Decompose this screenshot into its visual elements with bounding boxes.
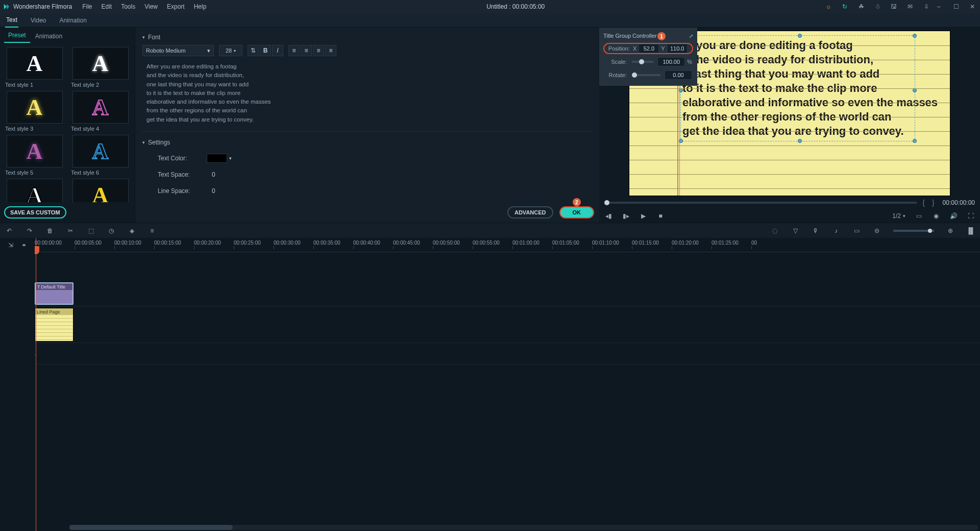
scale-slider[interactable] xyxy=(632,61,653,63)
preset-item-7[interactable]: A xyxy=(3,179,66,202)
save-icon[interactable]: 🖫 xyxy=(890,3,897,10)
render-icon[interactable]: ◌ xyxy=(771,227,779,235)
audio-mixer-icon[interactable]: ♪ xyxy=(832,227,840,235)
preset-item-5[interactable]: AText style 5 xyxy=(3,135,66,176)
preset-item-4[interactable]: AText style 4 xyxy=(69,91,132,132)
fullscreen-icon[interactable]: ⛶ xyxy=(967,212,975,220)
tab-animation[interactable]: Animation xyxy=(59,14,88,27)
volume-icon[interactable]: 🔊 xyxy=(949,212,958,220)
download-icon[interactable]: ⇩ xyxy=(923,3,930,10)
align-right-button[interactable]: ≡ xyxy=(313,45,324,56)
line-space-value[interactable]: 0 xyxy=(212,187,215,195)
preset-item-1[interactable]: AText style 1 xyxy=(3,47,66,88)
clip-default-title[interactable]: TDefault Title xyxy=(35,282,74,305)
save-as-custom-button[interactable]: SAVE AS CUSTOM xyxy=(4,206,66,219)
tab-video[interactable]: Video xyxy=(30,14,47,27)
position-y-input[interactable] xyxy=(667,44,688,53)
track-audio-1[interactable]: ♪ 1 🔒 🔈 xyxy=(35,343,980,365)
scale-input[interactable] xyxy=(657,57,685,66)
crop-tl-icon[interactable]: ▭ xyxy=(852,227,861,235)
selection-handle[interactable] xyxy=(798,139,802,143)
track-text-2[interactable]: 🅃 2 🔒 👁 TDefault Title xyxy=(35,281,980,306)
preset-tab-preset[interactable]: Preset xyxy=(4,29,30,43)
align-center-button[interactable]: ≡ xyxy=(301,45,312,56)
selection-handle[interactable] xyxy=(679,139,683,143)
menu-tools[interactable]: Tools xyxy=(121,3,135,10)
color-icon[interactable]: ◈ xyxy=(128,227,136,235)
user-icon[interactable]: ☃ xyxy=(874,3,881,10)
minimize-icon[interactable]: – xyxy=(937,3,944,10)
next-frame-icon[interactable]: ▮▸ xyxy=(622,212,630,220)
ok-button[interactable]: OK xyxy=(559,206,595,219)
menu-file[interactable]: File xyxy=(82,3,92,10)
crop-icon[interactable]: ⬚ xyxy=(87,227,95,235)
settings-section-header[interactable]: Settings xyxy=(142,139,592,146)
maximize-icon[interactable]: ☐ xyxy=(953,3,961,10)
selection-handle[interactable] xyxy=(913,34,917,38)
mark-in-icon[interactable]: { xyxy=(920,199,927,207)
advanced-button[interactable]: ADVANCED xyxy=(507,206,553,219)
refresh-icon[interactable]: ↻ xyxy=(841,3,848,10)
seek-bar[interactable] xyxy=(604,202,917,204)
mail-icon[interactable]: ✉ xyxy=(906,3,914,10)
display-mode-icon[interactable]: ▭ xyxy=(915,212,923,220)
marker-icon[interactable]: ▽ xyxy=(791,227,799,235)
playhead[interactable] xyxy=(36,238,36,531)
undo-icon[interactable]: ↶ xyxy=(5,227,13,235)
timeline-h-scrollbar[interactable] xyxy=(69,525,978,530)
zoom-select[interactable]: 1/2 ▾ xyxy=(892,212,905,220)
preset-item-8[interactable]: A xyxy=(69,179,132,202)
swap-icon[interactable]: ⇲ xyxy=(7,241,15,249)
selection-handle[interactable] xyxy=(679,88,683,92)
track-video-1[interactable]: ▭ 1 🔒 👁 Lined Page xyxy=(35,306,980,343)
cut-icon[interactable]: ✂ xyxy=(66,227,75,235)
spacing-button[interactable]: ⇅ xyxy=(248,45,259,56)
timeline-ruler[interactable]: 00:00:00:0000:00:05:0000:00:10:0000:00:1… xyxy=(35,238,980,252)
menu-edit[interactable]: Edit xyxy=(102,3,112,10)
fit-icon[interactable]: ▐▌ xyxy=(967,227,975,235)
menu-help[interactable]: Help xyxy=(194,3,207,10)
font-family-select[interactable]: Roboto Medium ▾ xyxy=(142,45,214,56)
delete-icon[interactable]: 🗑 xyxy=(46,227,54,235)
preset-item-2[interactable]: AText style 2 xyxy=(69,47,132,88)
gift-icon[interactable]: ☘ xyxy=(857,3,865,10)
adjust-icon[interactable]: ≡ xyxy=(148,227,156,235)
clip-lined-page[interactable]: Lined Page xyxy=(35,308,74,342)
rotate-slider[interactable] xyxy=(632,74,660,76)
preset-item-3[interactable]: AText style 3 xyxy=(3,91,66,132)
close-icon[interactable]: ✕ xyxy=(970,3,977,10)
speed-icon[interactable]: ◷ xyxy=(107,227,115,235)
chevron-down-icon[interactable]: ▾ xyxy=(229,156,232,161)
snapshot-icon[interactable]: ◉ xyxy=(932,212,940,220)
voiceover-icon[interactable]: 🎙 xyxy=(812,227,820,235)
redo-icon[interactable]: ↷ xyxy=(26,227,34,235)
collapse-icon[interactable]: ⤢ xyxy=(689,33,693,39)
align-justify-button[interactable]: ≡ xyxy=(325,45,336,56)
position-x-input[interactable] xyxy=(639,44,659,53)
stop-icon[interactable]: ■ xyxy=(656,212,665,220)
play-icon[interactable]: ▶ xyxy=(639,212,647,220)
rotate-input[interactable] xyxy=(665,70,692,80)
selection-handle[interactable] xyxy=(798,34,802,38)
font-section-header[interactable]: Font xyxy=(142,34,592,41)
menu-view[interactable]: View xyxy=(144,3,158,10)
mark-out-icon[interactable]: } xyxy=(930,199,937,207)
selection-handle[interactable] xyxy=(913,139,917,143)
prev-frame-icon[interactable]: ◂▮ xyxy=(604,212,612,220)
font-size-select[interactable]: 28 ▾ xyxy=(219,45,242,56)
selection-handle[interactable] xyxy=(913,88,917,92)
preset-item-6[interactable]: AText style 6 xyxy=(69,135,132,176)
timeline-body[interactable]: 00:00:00:0000:00:05:0000:00:10:0000:00:1… xyxy=(35,238,980,531)
zoom-out-icon[interactable]: ⊖ xyxy=(873,227,881,235)
text-color-swatch[interactable] xyxy=(207,154,227,163)
bold-button[interactable]: B xyxy=(260,45,271,56)
preset-tab-animation[interactable]: Animation xyxy=(31,30,66,43)
menu-export[interactable]: Export xyxy=(167,3,185,10)
align-left-button[interactable]: ≡ xyxy=(288,45,300,56)
text-content-area[interactable]: After you are done editing a footag and … xyxy=(142,60,592,126)
italic-button[interactable]: I xyxy=(272,45,283,56)
tab-text[interactable]: Text xyxy=(5,13,18,28)
title-group-controller[interactable]: Title Group Controller 1 ⤢ Position: X Y… xyxy=(599,28,697,86)
idea-icon[interactable]: ☼ xyxy=(825,3,832,10)
zoom-in-icon[interactable]: ⊕ xyxy=(946,227,954,235)
